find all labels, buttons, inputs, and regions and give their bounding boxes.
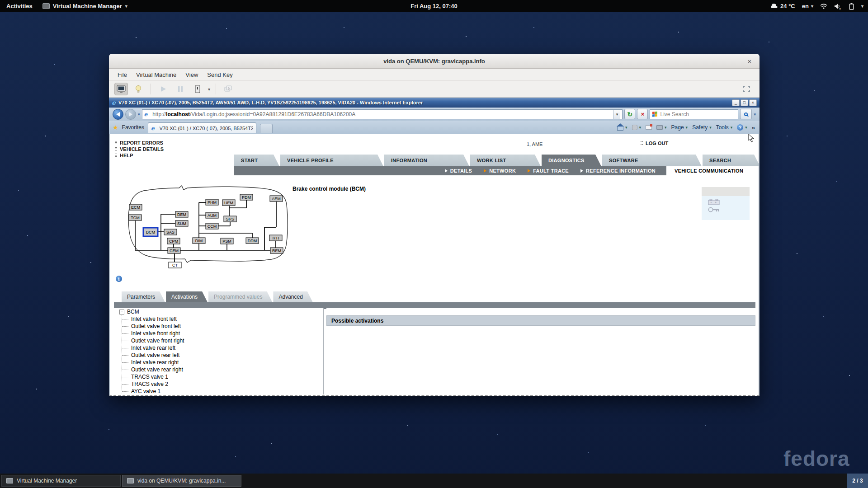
module-rem[interactable]: REM <box>270 248 283 253</box>
volume-indicator[interactable]: x <box>834 3 842 9</box>
run-vm-button[interactable] <box>156 83 170 95</box>
module-rti[interactable]: RTI <box>269 235 282 241</box>
subtab-details[interactable]: DETAILS <box>445 168 472 174</box>
home-button[interactable]: ▾ <box>617 124 627 131</box>
tree-item-outlet-valve-front-right[interactable]: Outlet valve front right <box>122 337 323 344</box>
favorites-button[interactable]: Favorites <box>122 124 144 131</box>
search-go-button[interactable] <box>740 109 752 119</box>
tree-item-outlet-valve-rear-right[interactable]: Outlet valve rear right <box>122 366 323 373</box>
detail-tab-parameters[interactable]: Parameters <box>122 291 165 302</box>
address-dropdown-icon[interactable]: ▾ <box>613 110 620 119</box>
snapshot-button[interactable] <box>222 83 235 95</box>
menu-send-key[interactable]: Send Key <box>203 70 236 80</box>
feeds-button[interactable]: ▾ <box>632 125 642 130</box>
address-field[interactable]: e http://localhost/Vida/Login.do;jsessio… <box>142 109 623 119</box>
module-phm[interactable]: PHM <box>206 199 218 205</box>
module-ct[interactable]: CT <box>169 262 181 268</box>
language-indicator[interactable]: en ▾ <box>802 3 813 9</box>
module-cem[interactable]: CEM <box>168 248 180 253</box>
tab-start[interactable]: START <box>234 155 279 166</box>
fullscreen-button[interactable] <box>740 83 753 95</box>
taskbar-window-vida-on-qemu-kvm-gravicappa-in[interactable]: vida on QEMU/KVM: gravicappa.in... <box>122 475 241 487</box>
module-dim[interactable]: DIM <box>193 238 205 244</box>
module-dem[interactable]: DEM <box>175 211 188 217</box>
safety-menu[interactable]: Safety▾ <box>692 124 712 131</box>
module-aem[interactable]: AEM <box>270 196 283 202</box>
search-options-chevron-icon[interactable]: ▾ <box>754 112 756 117</box>
module-srs[interactable]: SRS <box>224 216 236 222</box>
tools-menu[interactable]: Tools▾ <box>716 124 733 131</box>
taskbar-window-virtual-machine-manager[interactable]: Virtual Machine Manager <box>1 475 121 487</box>
tree-item-inlet-valve-rear-left[interactable]: Inlet valve rear left <box>122 344 323 352</box>
new-tab-button[interactable] <box>260 124 273 133</box>
link-help[interactable]: HELP <box>115 153 164 158</box>
module-psm[interactable]: PSM <box>221 238 233 244</box>
tab-search[interactable]: SEARCH <box>703 155 760 166</box>
module-ddm[interactable]: DDM <box>246 238 259 244</box>
app-menu[interactable]: Virtual Machine Manager ▾ <box>42 3 127 9</box>
page-menu[interactable]: Page▾ <box>671 124 688 131</box>
tree-item-tracs-valve-1[interactable]: TRACS valve 1 <box>122 373 323 380</box>
module-cpm[interactable]: CPM <box>167 238 180 244</box>
tab-information[interactable]: INFORMATION <box>384 155 469 166</box>
module-aum[interactable]: AUM <box>206 212 218 218</box>
menu-file[interactable]: File <box>113 70 131 80</box>
read-mail-button[interactable] <box>646 125 652 130</box>
tree-item-inlet-valve-front-right[interactable]: Inlet valve front right <box>122 330 323 337</box>
tab-diagnostics[interactable]: DIAGNOSTICS <box>542 155 601 166</box>
tab-vehicle-profile[interactable]: VEHICLE PROFILE <box>280 155 383 166</box>
tree-item-inlet-valve-front-left[interactable]: Inlet valve front left <box>122 315 323 323</box>
more-commands-chevron-icon[interactable]: » <box>752 124 755 131</box>
menu-virtual-machine[interactable]: Virtual Machine <box>132 70 180 80</box>
history-chevron-icon[interactable]: ▾ <box>138 112 140 117</box>
weather-indicator[interactable]: 24 °C <box>770 3 795 9</box>
console-view-button[interactable] <box>114 83 128 95</box>
subtab-reference-information[interactable]: REFERENCE INFORMATION <box>580 168 656 174</box>
search-input[interactable]: Live Search <box>650 109 738 119</box>
module-uem[interactable]: UEM <box>222 200 235 206</box>
tab-software[interactable]: SOFTWARE <box>602 155 702 166</box>
forward-button[interactable] <box>125 109 136 120</box>
tab-work-list[interactable]: WORK LIST <box>470 155 541 166</box>
shutdown-vm-button[interactable] <box>191 83 204 95</box>
print-button[interactable]: ▾ <box>656 125 667 130</box>
minimize-icon[interactable]: _ <box>732 99 740 106</box>
collapse-icon[interactable]: − <box>119 310 124 314</box>
activities-button[interactable]: Activities <box>6 3 33 9</box>
tree-root[interactable]: − BCM <box>114 308 323 315</box>
info-icon[interactable]: i <box>116 276 122 282</box>
close-icon[interactable]: × <box>749 99 757 106</box>
module-bcm[interactable]: BCM <box>143 228 158 236</box>
close-icon[interactable]: × <box>745 56 754 66</box>
module-sas[interactable]: SAS <box>164 229 177 235</box>
refresh-button[interactable]: ↻ <box>624 109 635 119</box>
clock[interactable]: Fri Aug 12, 07:40 <box>410 3 458 9</box>
tree-item-outlet-valve-front-left[interactable]: Outlet valve front left <box>122 323 323 330</box>
module-pdm[interactable]: PDM <box>240 194 253 200</box>
vm-titlebar[interactable]: vida on QEMU/KVM: gravicappa.info × <box>109 54 760 69</box>
module-tcm[interactable]: TCM <box>129 215 142 221</box>
tree-item-ayc-valve-1[interactable]: AYC valve 1 <box>122 388 323 394</box>
battery-indicator[interactable] <box>849 3 854 10</box>
browser-tab[interactable]: e V70 XC (01-) / XC70 (-07), 2005, B5254… <box>148 122 256 133</box>
menu-view[interactable]: View <box>181 70 202 80</box>
link-report-errors[interactable]: REPORT ERRORS <box>115 140 164 145</box>
tree-item-inlet-valve-rear-right[interactable]: Inlet valve rear right <box>122 359 323 366</box>
subtab-fault-trace[interactable]: FAULT TRACE <box>528 168 569 174</box>
favorites-star-icon[interactable]: ★ <box>113 124 118 131</box>
maximize-icon[interactable]: □ <box>741 99 748 106</box>
subtab-vehicle-communication[interactable]: VEHICLE COMMUNICATION <box>666 166 760 175</box>
back-button[interactable] <box>113 109 123 120</box>
detail-tab-advanced[interactable]: Advanced <box>273 291 312 302</box>
wifi-indicator[interactable] <box>820 3 827 9</box>
logout-button[interactable]: LOG OUT <box>641 141 668 146</box>
workspace-indicator[interactable]: 2 / 3 <box>847 474 868 488</box>
module-sum[interactable]: SUM <box>175 221 188 226</box>
pause-vm-button[interactable] <box>174 83 187 95</box>
detail-tab-programmed-values[interactable]: Programmed values <box>208 291 272 302</box>
help-button[interactable]: ?▾ <box>737 124 747 131</box>
tree-item-tracs-valve-2[interactable]: TRACS valve 2 <box>122 380 323 388</box>
detail-tab-activations[interactable]: Activations <box>166 291 208 302</box>
link-vehicle-details[interactable]: VEHICLE DETAILS <box>115 146 164 152</box>
module-ecm[interactable]: ECM <box>129 204 142 210</box>
